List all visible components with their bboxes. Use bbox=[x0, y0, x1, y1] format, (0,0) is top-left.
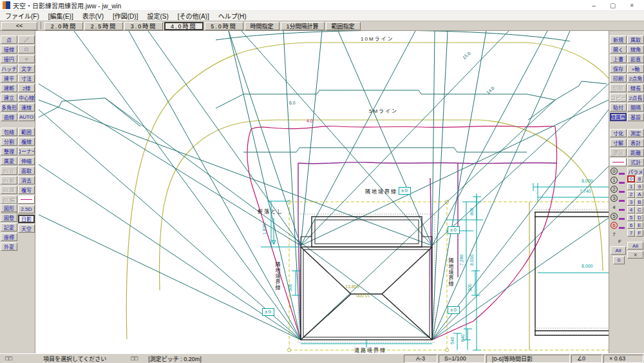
tool-button[interactable]: 2点長 bbox=[627, 93, 644, 102]
layer-button[interactable]: 1 bbox=[627, 183, 635, 190]
menu-item[interactable]: 設定(S) bbox=[147, 11, 168, 21]
drawing-canvas[interactable]: 10Mライン5Mライン隣地境界線±0±0±0±0軒落とし隣地境界線隣地境界線道路… bbox=[35, 31, 609, 353]
tool-button[interactable]: 建立 bbox=[1, 93, 17, 102]
time-button[interactable]: 1分間隔計算 bbox=[281, 22, 325, 30]
tool-button[interactable]: 天空 bbox=[18, 224, 35, 233]
tool-button[interactable]: 接線 bbox=[1, 45, 17, 54]
tool-button[interactable]: 外変 bbox=[1, 242, 17, 251]
layer-group-button[interactable]: 1 bbox=[611, 175, 625, 184]
maximize-icon[interactable]: ▢ bbox=[610, 2, 616, 9]
tool-button[interactable]: 建平 bbox=[1, 74, 17, 83]
tool-button[interactable]: 建断 bbox=[1, 84, 17, 92]
tool-button[interactable]: 線角 bbox=[627, 45, 644, 54]
tool-button[interactable]: AUTO bbox=[18, 113, 35, 121]
tool-button[interactable]: 2点角 bbox=[627, 74, 644, 83]
tool-button[interactable]: 多角形 bbox=[1, 103, 17, 112]
tool-button[interactable]: BL解 bbox=[1, 176, 17, 184]
tool-button[interactable]: 分割 bbox=[1, 137, 17, 146]
layer-group-button[interactable]: 0 bbox=[611, 166, 625, 175]
tool-button[interactable]: 複線 bbox=[18, 137, 35, 146]
tool-button[interactable]: コーナー bbox=[18, 147, 35, 155]
tool-button[interactable]: ／ bbox=[18, 35, 35, 44]
tool-button[interactable]: 基設 bbox=[627, 113, 644, 121]
angle-indicator[interactable]: ∠0 bbox=[571, 355, 602, 363]
tool-button[interactable]: 間隔 bbox=[627, 103, 644, 112]
tool-button[interactable]: 表計 bbox=[627, 139, 644, 147]
group-all-button[interactable]: All bbox=[611, 246, 626, 255]
layer-button[interactable]: E bbox=[636, 222, 643, 229]
layer-button[interactable]: A bbox=[636, 191, 643, 198]
tool-button[interactable]: 貼付 bbox=[610, 103, 627, 112]
tool-button[interactable]: □ bbox=[18, 45, 35, 54]
tool-button[interactable]: 式計 bbox=[627, 158, 644, 166]
time-button[interactable]: 範囲指定 bbox=[326, 22, 361, 30]
tool-button[interactable]: 距離 bbox=[627, 148, 644, 157]
tool-button[interactable]: 寸解 bbox=[610, 139, 627, 147]
layer-group-button[interactable]: 5 bbox=[611, 211, 625, 221]
tool-button[interactable]: 日影 bbox=[18, 215, 35, 223]
layer-protect-button[interactable]: ✕ bbox=[627, 251, 643, 259]
tool-button[interactable]: 文字 bbox=[18, 64, 35, 73]
minimize-icon[interactable]: – bbox=[592, 2, 596, 9]
layer-group-button[interactable]: 6 bbox=[611, 221, 625, 230]
layer-all-button[interactable]: All bbox=[627, 242, 643, 250]
tool-button[interactable]: 記変 bbox=[1, 223, 17, 231]
time-button[interactable]: 3.0時間 bbox=[124, 22, 163, 30]
layer-button[interactable]: F bbox=[636, 230, 643, 237]
tool-button[interactable]: 属取 bbox=[627, 35, 644, 44]
tool-button[interactable]: ×軸 bbox=[627, 64, 644, 73]
tool-button[interactable]: 選図 bbox=[610, 148, 627, 157]
tool-button[interactable]: 線属性 bbox=[610, 113, 627, 121]
tool-button[interactable]: BL化 bbox=[1, 166, 17, 175]
zoom-indicator[interactable]: × 0.63 bbox=[603, 355, 643, 363]
tool-button[interactable]: 新規 bbox=[610, 35, 627, 44]
tool-button[interactable]: 寸法 bbox=[18, 74, 35, 83]
tool-button[interactable]: 整理 bbox=[1, 147, 17, 155]
tool-button[interactable]: 連線 bbox=[18, 103, 35, 112]
back-button[interactable]: << bbox=[1, 22, 37, 30]
layer-button[interactable]: 6 bbox=[627, 222, 635, 229]
tool-button[interactable]: 伸縮 bbox=[18, 157, 35, 165]
menu-item[interactable]: [その他(A)] bbox=[178, 11, 209, 21]
layer-group-button[interactable]: 2 bbox=[611, 184, 625, 193]
layer-group-button[interactable]: 4 bbox=[611, 202, 625, 211]
layer-button[interactable]: B bbox=[636, 199, 643, 206]
mode-indicator[interactable]: [0-6]等時間日影 bbox=[486, 355, 570, 363]
time-button[interactable]: 2.5時間 bbox=[84, 22, 123, 30]
layer-button[interactable]: 2 bbox=[627, 191, 635, 198]
layer-button[interactable]: C bbox=[636, 206, 643, 213]
tool-button[interactable]: BL属 bbox=[1, 186, 17, 194]
tool-button[interactable]: 2線 bbox=[18, 84, 35, 92]
time-button[interactable]: 5.0時間 bbox=[205, 22, 243, 30]
tool-button[interactable]: 属変 bbox=[1, 157, 17, 165]
tool-button[interactable]: 包絡 bbox=[1, 128, 17, 136]
scale-indicator[interactable]: S=1/100 bbox=[439, 355, 485, 363]
tool-button[interactable]: 中心線 bbox=[18, 93, 35, 102]
layer-button[interactable]: 4 bbox=[627, 206, 635, 213]
tool-button[interactable] bbox=[610, 158, 627, 166]
tool-button[interactable]: 測定 bbox=[627, 129, 644, 137]
tool-button[interactable]: 開く bbox=[610, 45, 627, 54]
tool-button[interactable]: ○ bbox=[18, 55, 35, 63]
layer-button[interactable]: 3 bbox=[627, 199, 635, 206]
tool-button[interactable]: 面取 bbox=[18, 166, 35, 175]
paper-size[interactable]: A-3 bbox=[404, 355, 437, 363]
tool-button[interactable]: 図登 bbox=[1, 213, 17, 222]
time-button[interactable]: 4.0時間 bbox=[164, 22, 204, 30]
layer-button[interactable]: 9 bbox=[636, 183, 643, 190]
layer-button[interactable]: 7 bbox=[627, 230, 635, 237]
tool-button[interactable]: 保存 bbox=[610, 64, 627, 73]
tool-button[interactable]: 点 bbox=[1, 35, 17, 44]
tool-button[interactable]: 範囲 bbox=[18, 128, 35, 136]
tool-button[interactable]: 2.5D bbox=[18, 205, 35, 213]
tool-button[interactable]: 上書 bbox=[610, 55, 627, 63]
layer-button[interactable]: 0 bbox=[627, 175, 635, 182]
tool-button[interactable]: 複写 bbox=[18, 186, 35, 194]
layer-button[interactable]: 5 bbox=[627, 214, 635, 221]
layer-button[interactable]: 8 bbox=[636, 175, 643, 182]
tool-button[interactable]: 接円 bbox=[1, 55, 17, 63]
menu-item[interactable]: ヘルプ(H) bbox=[218, 11, 247, 21]
tool-button[interactable]: 座標 bbox=[1, 233, 17, 241]
close-icon[interactable]: × bbox=[630, 2, 634, 9]
tool-button[interactable]: 図形 bbox=[1, 204, 17, 212]
